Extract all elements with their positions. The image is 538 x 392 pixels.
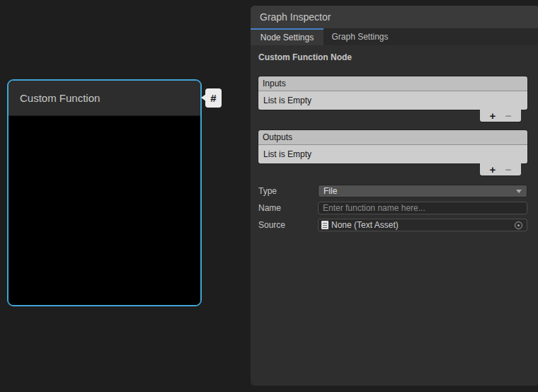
outputs-list-header: Outputs (258, 130, 527, 145)
custom-function-node[interactable]: Custom Function (7, 79, 202, 306)
panel-header[interactable]: Graph Inspector (251, 6, 538, 28)
node-hash-badge-button[interactable]: # (205, 88, 222, 108)
source-label: Source (258, 220, 318, 230)
hash-icon: # (210, 92, 216, 104)
chevron-down-icon (516, 190, 522, 193)
type-field-row: Type File (258, 185, 527, 197)
name-label: Name (258, 203, 318, 213)
inputs-remove-button[interactable]: − (505, 110, 512, 121)
object-picker-icon[interactable] (515, 221, 522, 229)
inputs-empty-row: List is Empty (258, 91, 527, 110)
tab-graph-settings[interactable]: Graph Settings (324, 28, 396, 45)
function-name-input[interactable] (318, 202, 527, 214)
node-preview-body (8, 116, 200, 306)
graph-inspector-panel: Graph Inspector Node Settings Graph Sett… (251, 6, 538, 386)
outputs-list-toolbar: + − (480, 163, 521, 175)
inputs-list-header: Inputs (258, 76, 527, 91)
inputs-list: Inputs List is Empty + − (258, 76, 527, 122)
name-field-row: Name (258, 202, 527, 214)
tab-node-settings-label: Node Settings (261, 33, 314, 42)
panel-title: Graph Inspector (260, 11, 331, 23)
outputs-add-button[interactable]: + (489, 164, 496, 175)
type-label: Type (258, 186, 318, 196)
badge-tail (201, 94, 206, 101)
source-object-field[interactable]: None (Text Asset) (318, 219, 527, 231)
node-title-bar[interactable]: Custom Function (8, 81, 200, 116)
source-field-row: Source None (Text Asset) (258, 219, 527, 231)
source-object-value: None (Text Asset) (331, 220, 515, 230)
outputs-remove-button[interactable]: − (505, 164, 512, 175)
text-asset-icon (321, 221, 328, 229)
inputs-list-toolbar: + − (480, 110, 521, 122)
tab-node-settings[interactable]: Node Settings (251, 28, 324, 45)
node-title: Custom Function (20, 92, 100, 104)
inputs-add-button[interactable]: + (489, 110, 496, 121)
node-settings-heading: Custom Function Node (258, 52, 527, 62)
tab-graph-settings-label: Graph Settings (331, 32, 388, 42)
type-dropdown-value: File (324, 186, 337, 196)
outputs-empty-row: List is Empty (258, 145, 527, 163)
type-dropdown[interactable]: File (318, 185, 527, 197)
tab-row: Node Settings Graph Settings (251, 28, 538, 45)
outputs-list: Outputs List is Empty + − (258, 130, 527, 175)
